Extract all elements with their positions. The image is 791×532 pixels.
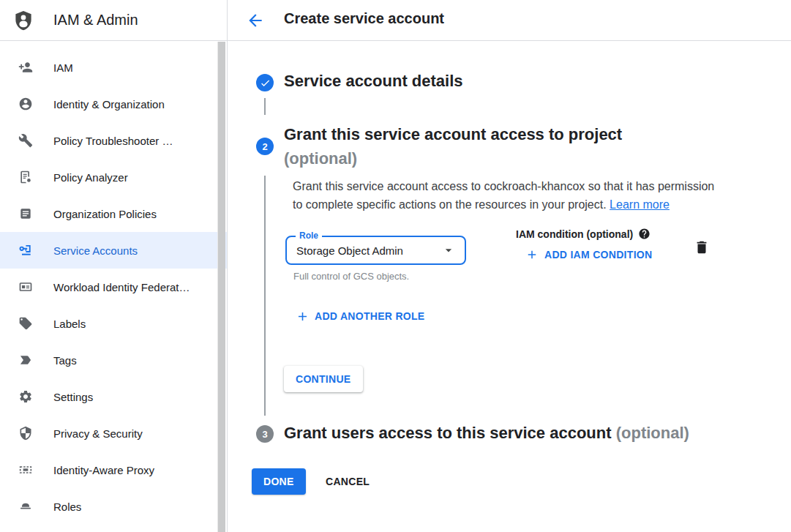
label-important-icon <box>18 353 33 367</box>
back-arrow-button[interactable] <box>246 11 265 30</box>
sidebar-item-label: Policy Analyzer <box>53 171 128 184</box>
learn-more-link[interactable]: Learn more <box>610 198 670 211</box>
role-select[interactable]: Role Storage Object Admin <box>285 236 466 265</box>
step1-title: Service account details <box>284 72 463 91</box>
wrench-icon <box>18 133 33 148</box>
done-button[interactable]: DONE <box>252 468 306 495</box>
perforated-frame-icon <box>18 462 33 477</box>
step3-title: Grant users access to this service accou… <box>284 424 689 443</box>
sidebar-item-identity-aware-proxy[interactable]: Identity-Aware Proxy <box>0 452 227 488</box>
continue-button[interactable]: CONTINUE <box>284 366 363 392</box>
sidebar-item-label: Privacy & Security <box>53 427 143 440</box>
sidebar-item-policy-analyzer[interactable]: Policy Analyzer <box>0 159 227 195</box>
add-iam-condition-button[interactable]: ADD IAM CONDITION <box>525 248 652 261</box>
sidebar-item-label: Workload Identity Federat… <box>53 281 190 293</box>
page-header: Create service account <box>228 0 791 41</box>
account-circle-icon <box>18 97 33 111</box>
sidebar-item-organization-policies[interactable]: Organization Policies <box>0 195 227 232</box>
sidebar-item-roles[interactable]: Roles <box>0 488 227 525</box>
sidebar-item-identity-organization[interactable]: Identity & Organization <box>0 86 227 122</box>
shield-icon <box>18 426 33 441</box>
sidebar-item-label: Identity & Organization <box>53 98 165 110</box>
step-connector-line <box>264 98 266 115</box>
sidebar-item-settings[interactable]: Settings <box>0 378 227 415</box>
sidebar-item-label: Policy Troubleshooter … <box>53 135 173 147</box>
hat-icon <box>18 499 33 514</box>
sidebar-scrollbar[interactable] <box>217 42 225 532</box>
page-title: Create service account <box>284 10 444 27</box>
gear-icon <box>18 389 33 404</box>
help-icon[interactable] <box>638 228 651 240</box>
role-helper-text: Full control of GCS objects. <box>293 271 409 282</box>
back-arrow-icon <box>246 21 265 32</box>
sidebar-item-workload-identity-federation[interactable]: Workload Identity Federat… <box>0 269 227 305</box>
sidebar-item-label: Roles <box>53 501 81 513</box>
iam-condition-label: IAM condition (optional) <box>516 228 651 240</box>
step2-number: 2 <box>262 141 267 152</box>
iam-shield-icon <box>12 10 34 31</box>
step2-title: Grant this service account access to pro… <box>284 122 622 171</box>
step3-number: 3 <box>262 429 267 440</box>
sidebar-item-privacy-security[interactable]: Privacy & Security <box>0 415 227 452</box>
add-iam-condition-label: ADD IAM CONDITION <box>544 249 652 261</box>
step2-title-text: Grant this service account access to pro… <box>284 125 622 143</box>
sidebar-item-label: Identity-Aware Proxy <box>53 464 154 476</box>
check-icon <box>260 78 271 89</box>
iam-condition-label-text: IAM condition (optional) <box>516 228 633 240</box>
person-add-icon <box>18 60 33 75</box>
sidebar-item-label: Organization Policies <box>53 208 157 220</box>
label-tag-icon <box>18 316 33 331</box>
sidebar-item-label: IAM <box>53 61 73 74</box>
step2-description: Grant this service account access to coc… <box>293 177 761 214</box>
trash-icon <box>694 247 710 258</box>
product-name: IAM & Admin <box>53 12 138 29</box>
role-select-label: Role <box>296 231 322 241</box>
sidebar-item-label: Tags <box>53 354 77 367</box>
card-icon <box>18 280 33 294</box>
sidebar-item-iam[interactable]: IAM <box>0 49 227 86</box>
policy-analyzer-icon <box>18 170 33 184</box>
step2-description-line1: Grant this service account access to coc… <box>293 180 714 192</box>
sidebar-item-tags[interactable]: Tags <box>0 342 227 378</box>
sidebar-item-policy-troubleshooter[interactable]: Policy Troubleshooter … <box>0 122 227 159</box>
sidebar-item-service-accounts[interactable]: Service Accounts <box>0 232 227 269</box>
sidebar-item-labels[interactable]: Labels <box>0 305 227 342</box>
role-select-value: Storage Object Admin <box>296 244 441 257</box>
sidebar-item-label: Settings <box>53 391 93 403</box>
article-icon <box>18 206 33 221</box>
iam-admin-console: IAM & Admin IAM Identity & Organization … <box>0 0 791 532</box>
sidebar-nav: IAM Identity & Organization Policy Troub… <box>0 41 227 525</box>
step2-optional-label: (optional) <box>284 149 357 168</box>
cancel-button[interactable]: CANCEL <box>317 468 378 495</box>
sidebar: IAM & Admin IAM Identity & Organization … <box>0 0 228 532</box>
main-content: Create service account Service account d… <box>228 0 791 532</box>
add-another-role-button[interactable]: ADD ANOTHER ROLE <box>296 310 425 323</box>
step1-completed-icon <box>256 74 274 91</box>
step3-title-text: Grant users access to this service accou… <box>284 424 612 442</box>
step3-number-icon: 3 <box>256 425 274 443</box>
plus-icon <box>525 248 539 261</box>
delete-role-button[interactable] <box>694 239 710 257</box>
sidebar-header: IAM & Admin <box>0 0 227 41</box>
add-another-role-label: ADD ANOTHER ROLE <box>315 310 425 322</box>
sidebar-item-label: Labels <box>53 318 86 330</box>
sidebar-item-label: Service Accounts <box>53 244 138 257</box>
step2-connector-line <box>264 176 266 416</box>
key-icon <box>18 243 33 258</box>
step3-optional-label: (optional) <box>616 424 689 442</box>
step2-description-line2: to complete specific actions on the reso… <box>293 198 607 211</box>
chevron-down-icon <box>441 243 456 258</box>
plus-icon <box>296 310 309 323</box>
step2-number-icon: 2 <box>256 138 274 155</box>
